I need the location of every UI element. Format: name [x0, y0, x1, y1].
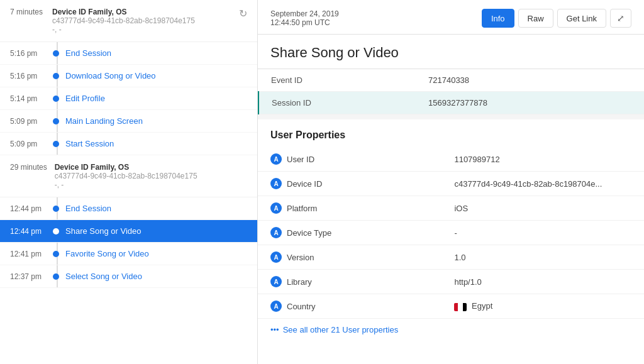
- timeline-group-2: 12:44 pm End Session 12:44 pm Share Song…: [0, 197, 257, 288]
- timeline-dot: [53, 251, 59, 257]
- expand-icon[interactable]: ⤢: [610, 9, 631, 28]
- device-id-value: c43777d4-9c49-41cb-82ab-8c198704e...: [441, 172, 644, 196]
- device-os-1: -, -: [52, 25, 195, 34]
- event-table: Event ID 721740338 Session ID 1569327377…: [258, 69, 644, 114]
- event-title: Share Song or Video: [258, 35, 644, 69]
- item-label: Select Song or Video: [65, 272, 142, 281]
- country-row: A Country Egypt: [258, 294, 644, 319]
- timeline-item-select-song[interactable]: 12:37 pm Select Song or Video: [0, 265, 257, 288]
- event-id-row: Event ID 721740338: [258, 69, 644, 92]
- item-time: 5:16 pm: [10, 72, 47, 80]
- item-label: End Session: [65, 204, 111, 213]
- timeline-item-start-session-1[interactable]: 5:09 pm Start Session: [0, 133, 257, 155]
- ellipsis-icon: •••: [270, 325, 279, 334]
- timeline-dot: [53, 206, 59, 212]
- amplitude-icon: A: [270, 301, 282, 312]
- item-time: 12:41 pm: [10, 250, 47, 258]
- version-row: A Version 1.0: [258, 245, 644, 270]
- timeline-item-favorite[interactable]: 12:41 pm Favorite Song or Video: [0, 243, 257, 265]
- timeline-item-main-landing[interactable]: 5:09 pm Main Landing Screen: [0, 110, 257, 133]
- tab-info-button[interactable]: Info: [482, 9, 514, 28]
- library-value: http/1.0: [441, 270, 644, 294]
- item-time: 5:14 pm: [10, 94, 47, 103]
- item-label: Edit Profile: [65, 94, 105, 103]
- event-id-value: 721740338: [416, 69, 644, 92]
- item-time: 12:44 pm: [10, 227, 47, 236]
- event-id-key: Event ID: [258, 69, 416, 92]
- library-row: A Library http/1.0: [258, 270, 644, 294]
- amplitude-icon: A: [270, 153, 282, 165]
- item-label: Main Landing Screen: [65, 116, 143, 126]
- refresh-icon-1[interactable]: ↻: [239, 8, 247, 34]
- item-time: 12:37 pm: [10, 272, 47, 281]
- timeline-item-download[interactable]: 5:16 pm Download Song or Video: [0, 65, 257, 87]
- session-id-key: Session ID: [258, 92, 416, 114]
- platform-value: iOS: [441, 196, 644, 221]
- item-time: 5:09 pm: [10, 117, 47, 126]
- device-id-row: A Device ID c43777d4-9c49-41cb-82ab-8c19…: [258, 172, 644, 196]
- device-time-2: 29 minutes: [10, 163, 47, 189]
- amplitude-icon: A: [270, 276, 282, 287]
- egypt-flag-icon: [454, 303, 467, 311]
- header-datetime: September 24, 2019 12:44:50 pm UTC: [270, 9, 475, 27]
- timeline-dot: [53, 96, 59, 102]
- device-time-1: 7 minutes: [10, 8, 45, 34]
- timeline-group-1: 5:16 pm End Session 5:16 pm Download Son…: [0, 42, 257, 155]
- timeline-dot: [53, 228, 59, 234]
- amplitude-icon: A: [270, 178, 282, 189]
- right-panel: September 24, 2019 12:44:50 pm UTC Info …: [258, 0, 644, 364]
- device-block-2: 29 minutes Device ID Family, OS c43777d4…: [0, 155, 257, 197]
- library-key: A Library: [258, 270, 415, 294]
- amplitude-icon: A: [270, 227, 282, 238]
- left-panel: 7 minutes Device ID Family, OS c43777d4-…: [0, 0, 258, 364]
- item-label: Download Song or Video: [65, 71, 156, 80]
- device-id-1: c43777d4-9c49-41cb-82ab-8c198704e175: [52, 16, 195, 25]
- version-key: A Version: [258, 245, 415, 269]
- country-key: A Country: [258, 294, 415, 318]
- amplitude-icon: A: [270, 202, 282, 214]
- device-label-1: Device ID Family, OS: [52, 8, 195, 16]
- header-buttons: Info Raw Get Link ⤢: [482, 9, 631, 28]
- user-properties-title: User Properties: [258, 114, 644, 147]
- user-id-key: A User ID: [258, 147, 415, 171]
- platform-key: A Platform: [258, 196, 415, 220]
- device-type-row: A Device Type -: [258, 221, 644, 245]
- item-label: Share Song or Video: [65, 226, 141, 236]
- session-id-value: 1569327377878: [416, 92, 644, 114]
- device-type-value: -: [441, 221, 644, 245]
- device-block-1: 7 minutes Device ID Family, OS c43777d4-…: [0, 0, 257, 42]
- item-label: Start Session: [65, 139, 114, 148]
- item-label: Favorite Song or Video: [65, 249, 149, 258]
- user-properties-table: A User ID 1107989712 A Device ID c43777d…: [258, 147, 644, 319]
- tab-get-link-button[interactable]: Get Link: [557, 9, 606, 28]
- device-type-key: A Device Type: [258, 221, 415, 245]
- platform-row: A Platform iOS: [258, 196, 644, 221]
- item-time: 12:44 pm: [10, 204, 47, 213]
- see-all-link[interactable]: ••• See all other 21 User properties: [258, 319, 644, 341]
- device-id-key: A Device ID: [258, 172, 415, 196]
- timeline-item-end-session-1[interactable]: 5:16 pm End Session: [0, 42, 257, 65]
- timeline-item-edit-profile[interactable]: 5:14 pm Edit Profile: [0, 87, 257, 110]
- user-id-value: 1107989712: [441, 147, 644, 172]
- timeline-item-share-song[interactable]: 12:44 pm Share Song or Video: [0, 220, 257, 243]
- device-id-2: c43777d4-9c49-41cb-82ab-8c198704e175: [55, 172, 197, 180]
- item-time: 5:16 pm: [10, 49, 47, 58]
- country-value: Egypt: [441, 294, 644, 319]
- user-id-row: A User ID 1107989712: [258, 147, 644, 172]
- timeline-dot: [53, 273, 59, 280]
- timeline-dot: [53, 141, 59, 147]
- timeline-item-end-session-2[interactable]: 12:44 pm End Session: [0, 197, 257, 220]
- right-header: September 24, 2019 12:44:50 pm UTC Info …: [258, 0, 644, 35]
- device-os-2: -, -: [55, 180, 197, 189]
- timeline-dot: [53, 50, 59, 57]
- item-label: End Session: [65, 48, 111, 58]
- device-label-2: Device ID Family, OS: [55, 163, 197, 172]
- see-all-text: See all other 21 User properties: [283, 325, 399, 334]
- item-time: 5:09 pm: [10, 140, 47, 148]
- tab-raw-button[interactable]: Raw: [518, 9, 553, 28]
- timeline-dot: [53, 73, 59, 79]
- timeline-dot: [53, 118, 59, 124]
- amplitude-icon: A: [270, 251, 282, 263]
- version-value: 1.0: [441, 245, 644, 270]
- session-id-row: Session ID 1569327377878: [258, 92, 644, 114]
